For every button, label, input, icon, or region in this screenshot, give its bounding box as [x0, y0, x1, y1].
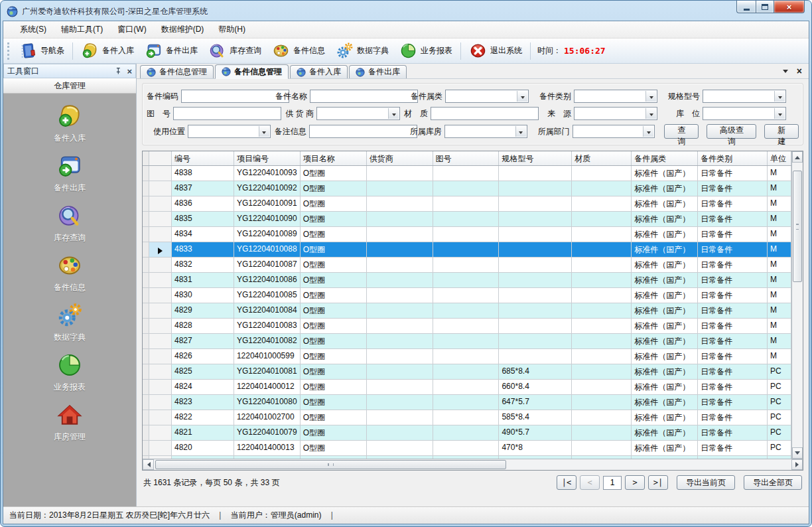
table-row[interactable]: 4823YG12204010080O型圈647*5.7标准件（国产）日常备件PC — [143, 395, 791, 410]
query-button[interactable]: 查询 — [664, 124, 699, 139]
location-select[interactable] — [703, 107, 786, 120]
table-row[interactable]: 4837YG12204010092O型圈标准件（国产）日常备件M — [143, 181, 791, 196]
vertical-scroll-thumb[interactable] — [793, 171, 802, 282]
warehouse-select[interactable] — [444, 125, 527, 138]
table-row[interactable]: 4832YG12204010087O型圈标准件（国产）日常备件M — [143, 258, 791, 273]
stock-query-icon — [56, 202, 83, 229]
vertical-scrollbar[interactable] — [791, 151, 803, 459]
menu-window[interactable]: 窗口(W) — [110, 21, 153, 38]
table-row[interactable]: 4828YG12204010083O型圈标准件（国产）日常备件M — [143, 319, 791, 334]
tab-close-icon[interactable]: × — [797, 66, 802, 76]
scroll-left-icon[interactable] — [143, 459, 154, 470]
remark-input[interactable] — [309, 125, 417, 138]
column-header-2[interactable]: 项目名称 — [301, 151, 367, 165]
scroll-down-icon[interactable] — [792, 447, 803, 459]
advanced-query-button[interactable]: 高级查询 — [707, 124, 756, 139]
row-indicator — [149, 319, 172, 334]
part-name-input[interactable] — [310, 90, 418, 103]
field-label: 备注信息 — [275, 126, 306, 137]
first-page-button[interactable]: |< — [557, 475, 576, 490]
column-header-5[interactable]: 规格型号 — [499, 151, 572, 165]
tab-parts-in[interactable]: 备件入库 — [290, 65, 348, 78]
scroll-right-icon[interactable] — [791, 459, 803, 470]
export-all-pages-button[interactable]: 导出全部页 — [744, 475, 802, 490]
toolbar-grip-icon[interactable] — [7, 42, 11, 60]
prev-page-button[interactable]: < — [580, 475, 600, 490]
column-header-1[interactable]: 项目编号 — [234, 151, 301, 165]
department-select[interactable] — [573, 125, 655, 138]
part-code-input[interactable] — [181, 90, 289, 103]
table-row[interactable]: 4827YG12204010082O型圈标准件（国产）日常备件M — [143, 334, 791, 349]
toolbar-button-data-dict[interactable]: 数据字典 — [330, 40, 394, 62]
minimize-button[interactable] — [736, 1, 756, 13]
column-header-8[interactable]: 备件类别 — [698, 151, 768, 165]
menu-help[interactable]: 帮助(H) — [211, 21, 253, 38]
column-header-4[interactable]: 图号 — [433, 151, 500, 165]
toolbar-button-parts-info[interactable]: 备件信息 — [267, 40, 330, 62]
toolbar-button-parts-out[interactable]: 备件出库 — [139, 40, 203, 62]
column-header-0[interactable]: 编号 — [172, 151, 234, 165]
table-row[interactable]: 4830YG12204010085O型圈标准件（国产）日常备件M — [143, 288, 791, 303]
use-position-select[interactable] — [188, 125, 271, 138]
toolbar-button-parts-in[interactable]: 备件入库 — [76, 40, 139, 62]
sidebar-item-stock-query[interactable]: 库存查询 — [54, 202, 86, 244]
sidebar-item-warehouse-mgmt[interactable]: 库房管理 — [54, 402, 86, 443]
table-row[interactable]: 48201220401400013O型圈470*8标准件（国产）日常备件PC — [143, 441, 791, 456]
material-input[interactable] — [431, 107, 539, 120]
sidebar-item-parts-info[interactable]: 备件信息 — [54, 252, 86, 293]
cell-unit: M — [768, 288, 791, 303]
table-row[interactable]: 4831YG12204010086O型圈标准件（国产）日常备件M — [143, 273, 791, 288]
tab-list-dropdown-icon[interactable] — [781, 66, 790, 76]
menu-system[interactable]: 系统(S) — [13, 21, 54, 38]
tab-parts-out[interactable]: 备件出库 — [349, 65, 407, 78]
supplier-select[interactable] — [316, 107, 400, 120]
table-row[interactable]: 4838YG12204010093O型圈标准件（国产）日常备件M — [143, 166, 791, 181]
sidebar-item-parts-in[interactable]: 备件入库 — [54, 103, 86, 144]
restore-button[interactable] — [756, 1, 774, 13]
table-row[interactable]: 48241220401400012O型圈660*8.4标准件（国产）日常备件PC — [143, 380, 791, 395]
table-row[interactable]: 4825YG12204010081O型圈685*8.4标准件（国产）日常备件PC — [143, 364, 791, 380]
scroll-up-icon[interactable] — [792, 151, 803, 163]
spec-model-select[interactable] — [703, 90, 786, 103]
source-select[interactable] — [574, 107, 657, 120]
horizontal-scrollbar[interactable] — [143, 459, 803, 470]
sidebar-close-icon[interactable]: × — [127, 67, 132, 76]
part-category-select[interactable] — [445, 90, 529, 103]
vertical-scroll-track[interactable] — [792, 163, 803, 447]
column-header-6[interactable]: 材质 — [572, 151, 632, 165]
toolbar-button-report[interactable]: 业务报表 — [394, 40, 458, 62]
pin-icon[interactable] — [113, 67, 122, 76]
part-type-select[interactable] — [574, 90, 657, 103]
column-header-7[interactable]: 备件属类 — [632, 151, 698, 165]
table-row[interactable]: 48221220401002700O型圈585*8.4标准件（国产）日常备件PC — [143, 410, 791, 425]
toolbar-button-stock-query[interactable]: 库存查询 — [203, 40, 267, 62]
table-row[interactable]: 4835YG12204010090O型圈标准件（国产）日常备件M — [143, 212, 791, 227]
table-row[interactable]: 4821YG12204010079O型圈490*5.7标准件（国产）日常备件PC — [143, 425, 791, 441]
app-body: 工具窗口 × 仓库管理 备件入库备件出库库存查询备件信息数据字典业务报表库房管理… — [3, 64, 809, 506]
table-row[interactable]: 4834YG12204010089O型圈标准件（国产）日常备件M — [143, 227, 791, 242]
sidebar-item-data-dict[interactable]: 数据字典 — [54, 302, 86, 343]
column-header-3[interactable]: 供货商 — [367, 151, 433, 165]
export-current-page-button[interactable]: 导出当前页 — [677, 475, 735, 490]
create-new-button[interactable]: 新建 — [764, 124, 799, 139]
toolbar-button-navbar[interactable]: 导航条 — [14, 40, 70, 62]
sidebar-item-parts-out[interactable]: 备件出库 — [54, 153, 86, 194]
close-button[interactable]: × — [774, 1, 805, 13]
horizontal-scroll-thumb[interactable] — [155, 460, 506, 469]
toolbar-button-exit[interactable]: 退出系统 — [464, 40, 527, 62]
menu-data-maintenance[interactable]: 数据维护(D) — [154, 21, 212, 38]
column-header-9[interactable]: 单位 — [768, 151, 791, 165]
next-page-button[interactable]: > — [625, 475, 645, 490]
tab-part-info-mgmt-1[interactable]: 备件信息管理 — [140, 65, 214, 78]
table-row[interactable]: 4833YG12204010088O型圈标准件（国产）日常备件M — [143, 242, 791, 258]
sidebar-item-report[interactable]: 业务报表 — [54, 352, 86, 393]
table-row[interactable]: 48261220401000599O型圈标准件（国产）日常备件M — [143, 349, 791, 364]
horizontal-scroll-track[interactable] — [154, 459, 791, 470]
last-page-button[interactable]: >| — [648, 475, 668, 490]
tab-part-info-mgmt-2[interactable]: 备件信息管理 — [215, 64, 289, 79]
menu-aux-tools[interactable]: 辅助工具(T) — [54, 21, 110, 38]
page-number-input[interactable] — [603, 476, 622, 490]
table-row[interactable]: 4829YG12204010084O型圈标准件（国产）日常备件M — [143, 303, 791, 319]
drawing-no-input[interactable] — [173, 107, 281, 120]
table-row[interactable]: 4836YG12204010091O型圈标准件（国产）日常备件M — [143, 196, 791, 212]
